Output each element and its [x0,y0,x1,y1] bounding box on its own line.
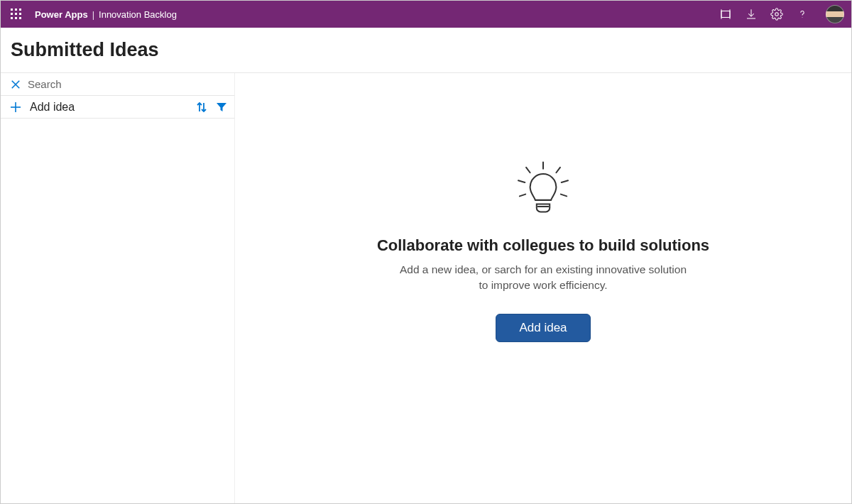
sidebar: Add idea [1,73,235,503]
search-input[interactable] [28,78,224,90]
header-brand: Power Apps [35,9,88,20]
waffle-icon[interactable] [11,9,22,20]
empty-state-heading: Collaborate with collegues to build solu… [377,236,709,255]
header-actions [719,5,844,23]
svg-line-18 [520,195,525,197]
help-icon[interactable] [796,8,809,21]
svg-line-16 [518,180,525,182]
clear-search-icon[interactable] [11,80,21,89]
download-icon[interactable] [745,8,758,21]
search-row [1,73,234,96]
sort-icon[interactable] [196,102,207,113]
filter-icon[interactable] [216,102,227,113]
svg-point-6 [802,17,803,18]
page-title: Submitted Ideas [11,39,159,61]
svg-line-17 [562,180,568,182]
svg-line-14 [526,168,530,172]
gear-icon[interactable] [770,8,783,21]
user-avatar[interactable] [826,5,844,23]
add-idea-row[interactable]: Add idea [1,96,234,119]
main-panel: Collaborate with collegues to build solu… [235,73,851,503]
page-title-bar: Submitted Ideas [1,28,851,73]
fit-to-screen-icon[interactable] [719,8,732,21]
add-idea-label: Add idea [30,101,187,114]
svg-line-15 [556,168,560,172]
svg-point-5 [775,13,779,16]
add-idea-button[interactable]: Add idea [496,314,590,342]
content-area: Add idea Collaborate [1,73,851,503]
lightbulb-icon [510,158,576,224]
svg-rect-0 [721,11,730,18]
header-app-name: Innovation Backlog [99,9,177,20]
plus-icon [10,102,21,113]
app-header: Power Apps | Innovation Backlog [1,1,851,28]
svg-line-19 [561,195,567,197]
empty-state-subtext: Add a new idea, or sarch for an existing… [394,262,692,294]
header-separator: | [92,9,94,20]
header-title: Power Apps | Innovation Backlog [35,9,177,20]
